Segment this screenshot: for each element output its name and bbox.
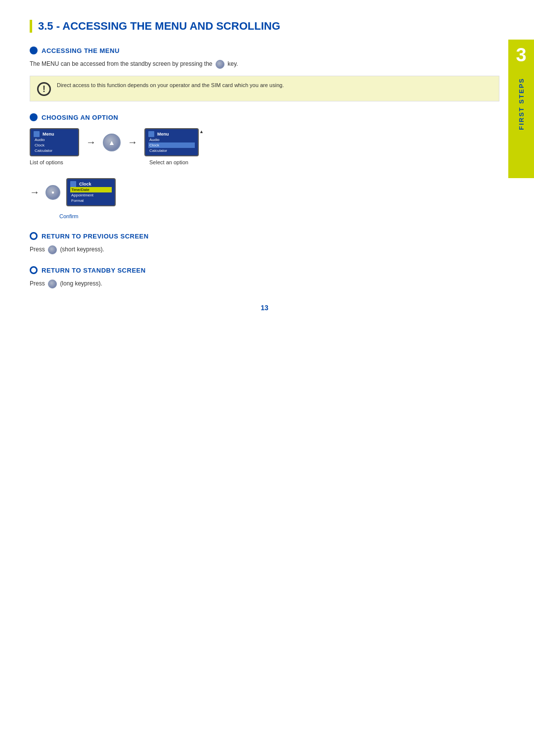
section-number: 3.5 - [38,20,62,32]
accessing-menu-header: ACCESSING THE MENU [30,47,499,54]
diagram-labels-row: List of options Select an option [30,159,499,165]
return-standby-body: Press (long keypress). [30,279,499,288]
label-select-option: Select an option [149,159,199,165]
screen1-item-0: Audio [34,137,75,142]
return-standby-title: RETURN TO STANDBY SCREEN [42,267,146,274]
screen3-item-0: Time/Date [70,187,112,192]
section-title-container: 3.5 - ACCESSING THE MENU AND SCROLLING [30,20,499,33]
return-previous-body: Press (short keypress). [30,245,499,254]
main-content: 3.5 - ACCESSING THE MENU AND SCROLLING A… [30,20,499,312]
phone-screen-1: Menu Audio Clock Calculator [30,128,79,156]
bullet-icon [30,47,38,54]
return-previous-section: RETURN TO PREVIOUS SCREEN Press (short k… [30,232,499,254]
phone-screen-2: Menu Audio Clock Calculator [144,128,199,156]
arrow-1: → [86,137,96,148]
screen3-item-1: Appointment [70,192,112,198]
sidebar-chapter-number: 3 [516,45,526,66]
screen2-item-2: Calculator [148,148,195,153]
return-standby-bullet [30,266,38,274]
confirm-row: → ● Clock Time/Date Appointment Format [30,178,499,206]
return-previous-header: RETURN TO PREVIOUS SCREEN [30,232,499,240]
screen2-item-0: Audio [148,137,195,142]
screen2-container: Menu Audio Clock Calculator ▲ [144,128,199,156]
choosing-option-header: CHOOSING AN OPTION [30,113,499,121]
diagram-area: Menu Audio Clock Calculator → ▲ → [30,128,499,220]
screen1-container: Menu Audio Clock Calculator [30,128,79,156]
nav-button-up[interactable]: ▲ [103,134,121,151]
warning-box: ! Direct access to this function depends… [30,76,499,101]
screen3-item-2: Format [70,198,112,203]
warning-icon: ! [37,82,51,96]
return-standby-header: RETURN TO STANDBY SCREEN [30,266,499,274]
return-standby-icon [48,280,57,288]
arrow-3: → [30,187,40,198]
sidebar-tab: 3 FIRST STEPS [508,40,534,178]
screen2-title: Menu [156,131,170,137]
screen2-item-1: Clock [148,142,195,148]
phone-screen-3: Clock Time/Date Appointment Format [66,178,116,206]
screen1-item-2: Calculator [34,148,75,153]
diagram-row-1: Menu Audio Clock Calculator → ▲ → [30,128,499,156]
choosing-bullet-icon [30,113,38,121]
confirm-label: Confirm [59,213,79,219]
screen3-title: Clock [78,181,92,187]
page-container: 3 FIRST STEPS 3.5 - ACCESSING THE MENU A… [0,0,534,756]
nav-button-confirm[interactable]: ● [45,185,60,200]
section-title: ACCESSING THE MENU AND SCROLLING [62,20,280,32]
return-previous-icon [48,245,57,254]
return-standby-section: RETURN TO STANDBY SCREEN Press (long key… [30,266,499,288]
return-previous-title: RETURN TO PREVIOUS SCREEN [42,233,149,240]
warning-text: Direct access to this function depends o… [57,81,284,90]
choosing-option-title: CHOOSING AN OPTION [42,114,118,121]
accessing-menu-title: ACCESSING THE MENU [42,47,120,54]
arrow-2: → [128,137,137,148]
menu-key-icon [216,60,224,69]
accessing-menu-body: The MENU can be accessed from the standb… [30,59,499,69]
sidebar-label: FIRST STEPS [517,74,526,134]
screen1-item-1: Clock [34,142,75,148]
label-list-options: List of options [30,159,79,165]
page-number: 13 [30,304,499,312]
sidebar-band: 3 FIRST STEPS [508,20,534,178]
screen1-title: Menu [42,131,55,137]
return-previous-bullet [30,232,38,240]
